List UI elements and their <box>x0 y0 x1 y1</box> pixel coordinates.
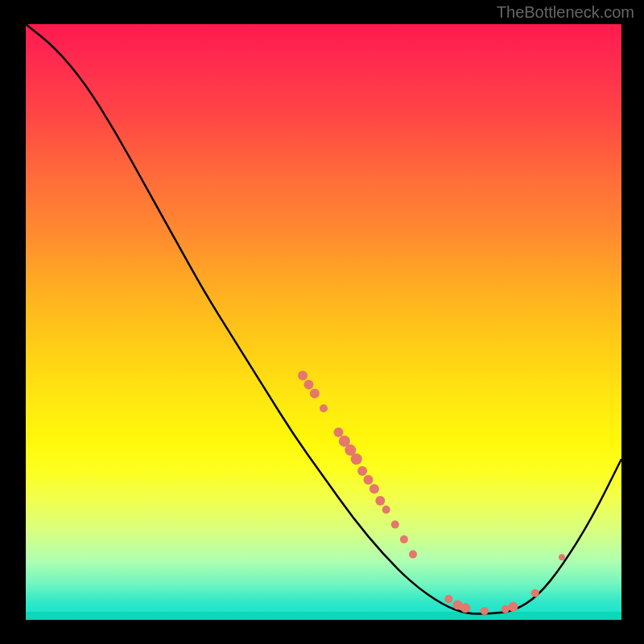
data-point <box>304 380 314 390</box>
data-point <box>400 535 408 543</box>
data-point <box>502 605 510 613</box>
data-point <box>531 589 539 597</box>
bottleneck-curve <box>26 24 621 614</box>
data-point <box>357 466 367 476</box>
data-point <box>409 551 417 559</box>
chart-svg <box>26 24 621 620</box>
data-point <box>391 521 399 529</box>
data-point <box>444 595 452 603</box>
data-point <box>559 554 565 560</box>
data-point <box>364 475 374 485</box>
data-points-cluster-ascending <box>559 554 565 560</box>
attribution-text: TheBottleneck.com <box>497 3 634 22</box>
data-point <box>298 371 308 381</box>
data-point <box>369 484 379 493</box>
data-point <box>382 506 390 514</box>
data-point <box>460 603 470 613</box>
data-point <box>481 607 489 615</box>
data-point <box>334 427 344 437</box>
data-point <box>320 404 328 412</box>
data-point <box>310 389 320 398</box>
data-point <box>508 602 518 612</box>
chart-plot-area <box>26 24 621 620</box>
data-point <box>375 496 385 506</box>
data-point <box>351 453 362 464</box>
